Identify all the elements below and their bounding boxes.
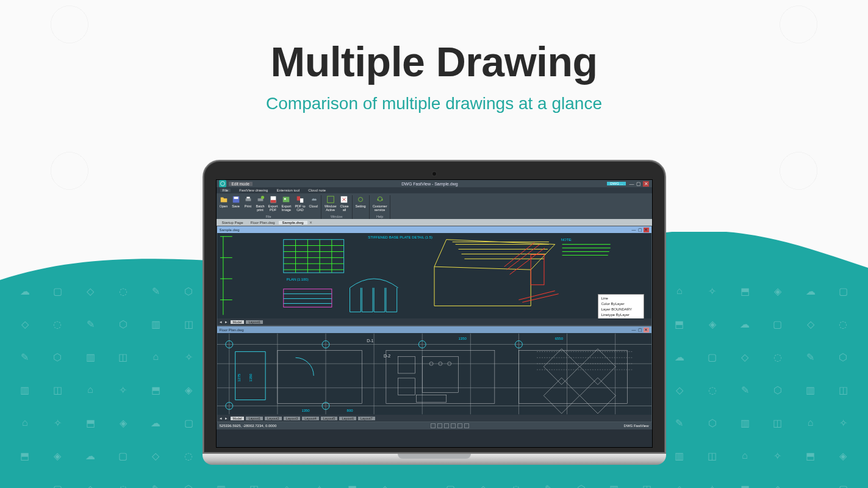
svg-rect-40 [579, 349, 615, 385]
svg-text:D-1: D-1 [367, 339, 373, 343]
status-icon[interactable] [444, 423, 449, 428]
mode-button[interactable]: Edit mode [229, 182, 253, 186]
pane2-titlebar: Floor Plan.dwg —▢✕ [217, 326, 651, 333]
export-image-button[interactable]: Export Image [281, 195, 292, 212]
pane2-min-icon[interactable]: — [631, 328, 637, 332]
menu-extension-tool[interactable]: Extension tool [276, 188, 299, 192]
close-icon[interactable]: ✕ [643, 181, 649, 187]
page-headline: Multiple Drawing [0, 38, 868, 85]
status-icon[interactable] [431, 423, 436, 428]
pane1-titlebar: Sample.dwg —▢✕ [217, 226, 651, 233]
pane2-tab-layout6[interactable]: Layout6 [339, 417, 356, 420]
pane1-max-icon[interactable]: ▢ [637, 228, 643, 232]
pane2-close-icon[interactable]: ✕ [644, 328, 649, 332]
pane2-tab-model[interactable]: Model [231, 417, 245, 420]
svg-point-5 [260, 196, 264, 199]
tab-sample[interactable]: Sample.dwg [279, 221, 307, 224]
svg-text:1275: 1275 [237, 373, 240, 382]
print-button[interactable]: Print [243, 195, 253, 212]
pane2-max-icon[interactable]: ▢ [637, 328, 643, 332]
tooltip-layer: Layer BOUNDARY [601, 307, 640, 312]
close-all-button[interactable]: Close all [339, 195, 349, 212]
tab-startup[interactable]: Startup Page [218, 221, 247, 224]
pane2-tab-layout2[interactable]: Layout2 [265, 417, 282, 420]
pane1-title: Sample.dwg [220, 228, 240, 232]
ribbon-group-file: File [219, 215, 318, 219]
ribbon-group-window: Window [324, 215, 350, 219]
pane2-tab-layout3[interactable]: Layout3 [284, 417, 301, 420]
svg-text:1350: 1350 [249, 373, 253, 382]
svg-rect-30 [386, 350, 494, 403]
pane1-tab-layout1[interactable]: Layout1 [246, 320, 263, 324]
dwg-badge[interactable]: DWG ... [607, 182, 626, 185]
status-icon[interactable] [457, 423, 462, 428]
pane2-tab-layout5[interactable]: Layout5 [321, 417, 338, 420]
minimize-icon[interactable]: — [628, 181, 634, 187]
app-logo-icon [219, 180, 226, 187]
svg-text:6550: 6550 [554, 337, 563, 340]
tab-floor-plan[interactable]: Floor Plan.dwg [247, 221, 279, 224]
menu-cloud-note[interactable]: Cloud note [308, 188, 326, 192]
svg-rect-10 [297, 196, 300, 201]
tooltip-color: Color ByLayer [601, 301, 640, 307]
pane1-min-icon[interactable]: — [631, 228, 637, 232]
pane2-tab-layout7[interactable]: Layout7 [358, 417, 375, 420]
drawing-pane-2: Floor Plan.dwg —▢✕ [217, 326, 652, 422]
pane2-tab-right-icon[interactable]: ▸ [225, 416, 228, 421]
titlebar: Edit mode DWG FastView - Sample.dwg DWG … [217, 180, 652, 187]
customer-service-button[interactable]: Customer service [372, 195, 388, 212]
svg-rect-11 [300, 198, 303, 203]
svg-text:NOTE:: NOTE: [561, 238, 572, 242]
pane2-tab-layout4[interactable]: Layout4 [302, 417, 319, 420]
pane2-model-tabs: ◂ ▸ Model Layout1 Layout2 Layout3 Layout… [217, 415, 651, 422]
svg-rect-33 [398, 378, 415, 395]
svg-text:1350: 1350 [301, 409, 310, 412]
window-title: DWG FastView - Sample.dwg [401, 182, 457, 186]
pane1-tab-left-icon[interactable]: ◂ [220, 320, 222, 325]
setting-button[interactable]: Setting [355, 195, 367, 208]
pane2-canvas[interactable]: D-1 D-2 1350 6550 1350 800 1275 1350 [217, 333, 651, 415]
pane1-canvas[interactable]: PLAN (1:100) [217, 233, 651, 318]
svg-rect-17 [381, 199, 382, 201]
svg-rect-31 [518, 350, 627, 403]
window-active-button[interactable]: Window Active [324, 195, 337, 212]
pane1-tab-model[interactable]: Model [231, 320, 245, 324]
batch-print-button[interactable]: Batch print [256, 195, 265, 212]
svg-point-14 [359, 198, 363, 202]
maximize-icon[interactable]: ▢ [636, 181, 642, 187]
pdf-to-cad-button[interactable]: PDF to CAD [294, 195, 306, 212]
tooltip-linetype: Linetype ByLayer [601, 312, 640, 318]
export-pdf-button[interactable]: Export PDF [268, 195, 279, 212]
status-icon[interactable] [464, 423, 469, 428]
open-button[interactable]: Open [219, 195, 229, 212]
svg-rect-1 [234, 197, 238, 199]
statusbar: 525336.5925, -28002.7234, 0.0000 DWG Fas… [217, 422, 652, 429]
pane2-tab-left-icon[interactable]: ◂ [220, 416, 222, 421]
pane1-model-tabs: ◂ ▸ Model Layout1 [217, 318, 651, 325]
svg-rect-7 [270, 200, 276, 203]
laptop-mockup: Edit mode DWG FastView - Sample.dwg DWG … [203, 160, 666, 465]
menu-fastview-drawing[interactable]: FastView drawing [239, 188, 268, 192]
svg-rect-8 [283, 197, 290, 203]
status-icon[interactable] [437, 423, 442, 428]
cloud-button[interactable]: Cloud [309, 195, 318, 212]
svg-rect-38 [416, 395, 446, 403]
pane1-tab-right-icon[interactable]: ▸ [225, 320, 228, 325]
menu-file[interactable]: File [220, 188, 231, 192]
document-tabs: Startup Page Floor Plan.dwg Sample.dwg ✕ [217, 219, 652, 226]
annot-plan: PLAN (1:100) [286, 278, 308, 281]
ribbon-group-help: Help [372, 215, 388, 219]
tab-close-icon[interactable]: ✕ [307, 220, 314, 224]
app-screen: Edit mode DWG FastView - Sample.dwg DWG … [216, 179, 653, 448]
menubar: File FastView drawing Extension tool Clo… [217, 187, 652, 193]
svg-text:STIFFENED BASE
PLATE DETAIL (1: STIFFENED BASE PLATE DETAIL (1:5) [368, 235, 432, 239]
svg-rect-12 [327, 196, 334, 203]
save-button[interactable]: Save [231, 195, 241, 212]
svg-text:800: 800 [346, 409, 353, 412]
pane1-close-icon[interactable]: ✕ [644, 228, 649, 232]
entity-tooltip: Line Color ByLayer Layer BOUNDARY Linety… [598, 294, 644, 318]
laptop-base [203, 454, 666, 465]
status-brand: DWG FastView [624, 424, 649, 428]
status-icon[interactable] [451, 423, 456, 428]
pane2-tab-layout1[interactable]: Layout1 [246, 417, 263, 420]
